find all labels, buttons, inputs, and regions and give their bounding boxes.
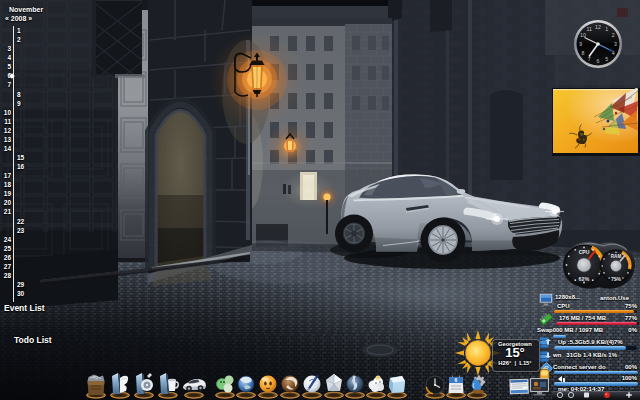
svg-text:8: 8	[581, 50, 584, 56]
svg-text:12: 12	[595, 24, 601, 30]
svg-text:62%: 62%	[579, 276, 590, 282]
svg-text:CPU: CPU	[579, 249, 590, 255]
svg-text:1: 1	[605, 26, 608, 32]
svg-text:7: 7	[588, 56, 591, 62]
svg-text:11: 11	[587, 26, 592, 32]
svg-text:RAM: RAM	[611, 254, 622, 259]
svg-text:6: 6	[597, 58, 600, 64]
svg-text:5: 5	[605, 56, 608, 62]
svg-text:6: 6	[455, 377, 458, 383]
svg-text:3: 3	[614, 41, 617, 47]
svg-text:75%: 75%	[611, 276, 622, 282]
svg-text:2: 2	[612, 32, 615, 38]
svg-text:9: 9	[579, 41, 582, 47]
